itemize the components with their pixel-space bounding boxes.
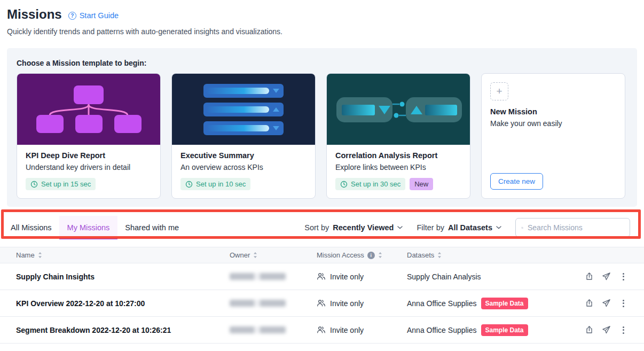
mission-datasets: Anna Office Supplies Sample Data	[407, 298, 571, 309]
send-button[interactable]	[599, 270, 613, 284]
template-card-executive-summary[interactable]: Executive Summary An overview across KPI…	[171, 73, 316, 199]
owner-redacted	[230, 326, 286, 333]
mission-name[interactable]: Segment Breakdown 2022-12-20 at 10:26:21	[16, 326, 230, 334]
kebab-icon	[623, 300, 624, 307]
tab-shared-with-me[interactable]: Shared with me	[117, 216, 186, 239]
template-panel: Choose a Mission template to begin: KPI …	[7, 48, 637, 207]
chevron-down-icon	[496, 226, 501, 229]
sample-data-badge: Sample Data	[481, 324, 528, 336]
column-header-name[interactable]: Name	[16, 251, 230, 259]
help-icon: ?	[68, 12, 76, 20]
column-header-mission-access[interactable]: Mission Access i	[317, 251, 407, 259]
share-button[interactable]	[582, 270, 596, 284]
sort-dropdown[interactable]: Sort by Recently Viewed	[304, 223, 403, 232]
create-new-button[interactable]: Create new	[490, 173, 543, 190]
sort-icon	[38, 252, 42, 258]
filter-value: All Datasets	[448, 223, 492, 232]
send-icon	[602, 325, 611, 334]
share-button[interactable]	[582, 323, 596, 337]
mission-name[interactable]: Supply Chain Insights	[16, 272, 230, 281]
table-row[interactable]: KPI Overview 2022-12-20 at 10:27:00 Invi…	[0, 290, 644, 317]
sort-icon	[437, 252, 442, 258]
mission-name[interactable]: KPI Overview 2022-12-20 at 10:27:00	[16, 299, 230, 308]
send-button[interactable]	[599, 323, 613, 337]
search-missions-input[interactable]	[528, 223, 624, 232]
table-row[interactable]: Segment Breakdown 2022-12-20 at 10:26:21…	[0, 317, 644, 344]
card-title: KPI Deep Dive Report	[26, 151, 152, 160]
table-row[interactable]: Supply Chain Insights Invite only Supply…	[0, 263, 644, 290]
filter-label: Filter by	[417, 223, 444, 232]
missions-list-controls: All Missions My Missions Shared with me …	[11, 216, 630, 239]
send-icon	[602, 272, 611, 281]
new-mission-title: New Mission	[490, 107, 616, 116]
search-box[interactable]	[515, 218, 630, 237]
search-icon	[521, 224, 523, 232]
people-icon	[317, 272, 326, 281]
card-subtitle: Understand key drivers in detail	[26, 163, 152, 171]
chevron-down-icon	[397, 226, 403, 229]
card-subtitle: Explore links between KPIs	[335, 163, 461, 171]
template-heading: Choose a Mission template to begin:	[17, 59, 627, 67]
start-guide-link[interactable]: ? Start Guide	[68, 11, 119, 20]
missions-table: Name Owner Mission Access i Datasets Sup…	[0, 247, 644, 344]
info-icon[interactable]: i	[367, 252, 375, 259]
clock-icon	[185, 181, 193, 188]
column-header-owner[interactable]: Owner	[230, 251, 317, 259]
owner-redacted	[230, 273, 286, 280]
send-icon	[602, 299, 611, 308]
mission-access: Invite only	[317, 299, 407, 308]
kpi-deep-dive-illustration	[17, 74, 160, 145]
start-guide-label: Start Guide	[80, 11, 119, 20]
template-card-kpi-deep-dive[interactable]: KPI Deep Dive Report Understand key driv…	[17, 73, 161, 199]
new-mission-subtitle: Make your own easily	[490, 119, 616, 128]
plus-icon: +	[490, 82, 508, 100]
sort-icon	[253, 252, 257, 258]
card-subtitle: An overview across KPIs	[180, 163, 307, 171]
setup-time-badge: Set up in 30 sec	[335, 178, 405, 190]
missions-tabs: All Missions My Missions Shared with me	[11, 216, 186, 239]
page-title: Missions	[7, 6, 62, 22]
sort-value: Recently Viewed	[333, 223, 394, 232]
share-icon	[585, 325, 594, 334]
tab-all-missions[interactable]: All Missions	[11, 216, 59, 239]
new-mission-card: + New Mission Make your own easily Creat…	[481, 73, 625, 199]
mission-datasets: Anna Office Supplies Sample Data	[407, 324, 571, 336]
row-menu-button[interactable]	[616, 270, 630, 284]
setup-time-badge: Set up in 15 sec	[26, 178, 96, 190]
clock-icon	[340, 181, 348, 188]
card-title: Executive Summary	[180, 151, 307, 160]
page-header: Missions ? Start Guide Quickly identify …	[0, 0, 644, 36]
share-button[interactable]	[582, 297, 596, 310]
people-icon	[317, 299, 326, 308]
filter-dropdown[interactable]: Filter by All Datasets	[417, 223, 501, 232]
page-subtitle: Quickly identify trends and patterns wit…	[7, 27, 637, 36]
column-header-datasets[interactable]: Datasets	[407, 251, 571, 259]
executive-summary-illustration	[172, 74, 315, 145]
tab-my-missions[interactable]: My Missions	[59, 216, 118, 239]
owner-redacted	[230, 300, 286, 307]
mission-access: Invite only	[317, 325, 407, 334]
clock-icon	[30, 181, 38, 188]
mission-datasets: Supply Chain Analysis	[407, 272, 571, 281]
setup-time-badge: Set up in 10 sec	[180, 178, 250, 190]
kebab-icon	[623, 326, 624, 334]
share-icon	[585, 272, 594, 281]
people-icon	[317, 325, 326, 334]
row-menu-button[interactable]	[616, 323, 630, 337]
mission-access: Invite only	[317, 272, 407, 281]
row-menu-button[interactable]	[616, 297, 630, 310]
sample-data-badge: Sample Data	[481, 298, 528, 309]
sort-icon	[378, 252, 382, 258]
correlation-analysis-illustration	[327, 74, 470, 145]
table-header: Name Owner Mission Access i Datasets	[0, 247, 644, 263]
share-icon	[585, 299, 594, 308]
card-title: Correlation Analysis Report	[335, 151, 461, 160]
kebab-icon	[623, 273, 624, 280]
sort-label: Sort by	[304, 223, 329, 232]
send-button[interactable]	[599, 297, 613, 310]
template-card-correlation-analysis[interactable]: Correlation Analysis Report Explore link…	[326, 73, 470, 199]
new-badge: New	[410, 178, 433, 190]
